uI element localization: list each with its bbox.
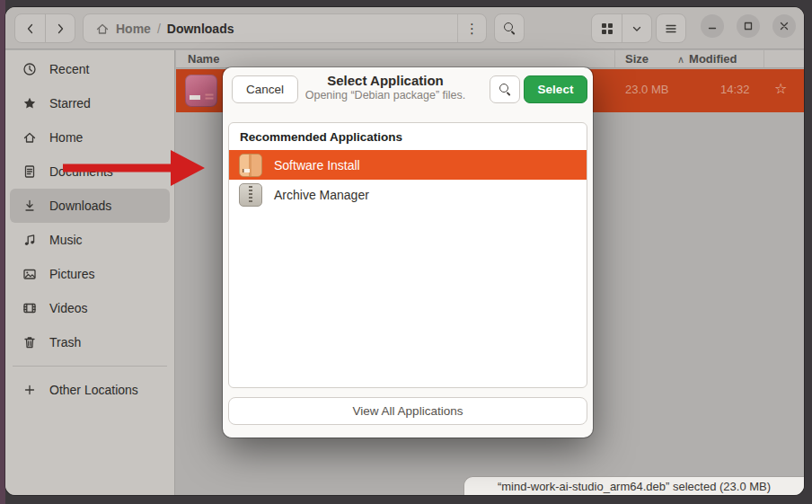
software-install-icon (239, 154, 262, 177)
home-icon (95, 22, 110, 36)
select-application-dialog: Cancel Select Application Opening “Debia… (223, 67, 593, 438)
column-header-name[interactable]: Name (188, 52, 219, 66)
sidebar-item-pictures[interactable]: Pictures (10, 257, 170, 291)
dialog-subtitle: Opening “Debian package” files. (295, 89, 476, 102)
dialog-search-button[interactable] (490, 75, 520, 103)
status-text: “mind-work-ai-studio_arm64.deb” selected… (498, 480, 771, 493)
sidebar-item-recent[interactable]: Recent (10, 52, 170, 86)
app-name: Archive Manager (274, 188, 369, 202)
sidebar-label: Videos (49, 301, 88, 315)
column-header-modified[interactable]: ∧Modified (677, 52, 737, 66)
sidebar-item-starred[interactable]: Starred (10, 86, 170, 120)
grid-view-button[interactable] (592, 14, 622, 42)
sidebar-label: Other Locations (49, 383, 138, 397)
sidebar-label: Music (49, 233, 83, 247)
view-all-label: View All Applications (353, 404, 463, 418)
sidebar-label: Recent (49, 62, 89, 76)
trash-icon (22, 335, 37, 349)
download-icon (22, 199, 37, 213)
search-button[interactable] (494, 13, 525, 43)
sidebar-item-music[interactable]: Music (10, 223, 170, 257)
status-bar: “mind-work-ai-studio_arm64.deb” selected… (463, 476, 804, 495)
breadcrumb-home[interactable]: Home (116, 22, 151, 36)
file-size: 23.0 MB (625, 83, 668, 96)
file-modified-time: 14:32 (720, 83, 750, 96)
chevron-right-icon (54, 22, 66, 35)
sort-ascending-icon: ∧ (677, 54, 684, 65)
star-icon (22, 96, 37, 111)
files-window: Home / Downloads ⋮ (5, 7, 804, 495)
minimize-button[interactable] (701, 14, 724, 38)
column-divider (614, 50, 615, 67)
sidebar-item-trash[interactable]: Trash (10, 325, 170, 359)
close-button[interactable] (772, 14, 796, 38)
deb-package-file-icon (185, 75, 217, 107)
chevron-left-icon (24, 22, 37, 35)
star-outline-icon[interactable]: ☆ (774, 80, 787, 97)
view-all-applications-button[interactable]: View All Applications (228, 397, 587, 425)
music-note-icon (22, 233, 37, 247)
search-icon (503, 22, 516, 35)
application-list: Recommended Applications Software Instal… (228, 122, 587, 388)
sidebar-label: Documents (49, 164, 113, 179)
dialog-header: Cancel Select Application Opening “Debia… (223, 67, 593, 111)
app-row-archive-manager[interactable]: Archive Manager (229, 180, 587, 209)
sidebar-item-home[interactable]: Home (10, 120, 170, 155)
app-name: Software Install (274, 158, 360, 172)
back-button[interactable] (15, 14, 45, 42)
kebab-menu-icon[interactable]: ⋮ (457, 14, 486, 42)
breadcrumb-current[interactable]: Downloads (167, 22, 234, 36)
home-icon (22, 130, 37, 145)
film-icon (22, 301, 37, 315)
forward-button[interactable] (45, 14, 75, 42)
dialog-title: Select Application (295, 73, 476, 88)
list-header: Name Size ∧Modified (176, 50, 804, 68)
sidebar-item-downloads[interactable]: Downloads (10, 189, 170, 223)
picture-icon (22, 267, 37, 281)
close-icon (779, 21, 790, 31)
maximize-icon (743, 21, 754, 31)
hamburger-icon (665, 23, 677, 34)
sidebar-item-videos[interactable]: Videos (10, 291, 170, 325)
search-icon (499, 83, 512, 96)
hamburger-menu-button[interactable] (656, 13, 686, 43)
dialog-title-block: Select Application Opening “Debian packa… (295, 73, 476, 102)
view-toggle-group (591, 13, 652, 43)
grid-view-icon (601, 22, 613, 35)
breadcrumb[interactable]: Home / Downloads ⋮ (83, 13, 487, 43)
archive-manager-icon (239, 183, 262, 207)
cancel-button[interactable]: Cancel (232, 75, 298, 103)
minimize-icon (707, 21, 718, 31)
column-divider (763, 50, 764, 67)
column-header-modified-label: Modified (689, 52, 737, 66)
nav-button-group (14, 13, 75, 43)
view-options-button[interactable] (622, 14, 651, 42)
titlebar: Home / Downloads ⋮ (5, 7, 804, 49)
clock-icon (22, 62, 37, 76)
sidebar-separator (13, 366, 167, 367)
cancel-button-label: Cancel (246, 83, 284, 96)
document-icon (22, 164, 37, 179)
chevron-down-icon (631, 23, 642, 34)
sidebar-label: Home (49, 130, 83, 145)
select-button-label: Select (538, 83, 574, 96)
app-row-software-install[interactable]: Software Install (229, 150, 587, 180)
column-header-size[interactable]: Size (625, 52, 649, 66)
sidebar-item-documents[interactable]: Documents (10, 155, 170, 189)
sidebar: Recent Starred Home Documents Downloads … (5, 50, 175, 495)
sidebar-label: Starred (49, 96, 91, 111)
maximize-button[interactable] (737, 14, 760, 38)
section-header: Recommended Applications (229, 123, 587, 150)
select-button[interactable]: Select (524, 75, 587, 103)
sidebar-label: Trash (49, 335, 81, 349)
sidebar-item-other-locations[interactable]: Other Locations (10, 373, 170, 407)
breadcrumb-separator: / (157, 22, 161, 36)
plus-icon (22, 383, 37, 397)
sidebar-label: Pictures (49, 267, 95, 281)
sidebar-label: Downloads (49, 199, 111, 213)
